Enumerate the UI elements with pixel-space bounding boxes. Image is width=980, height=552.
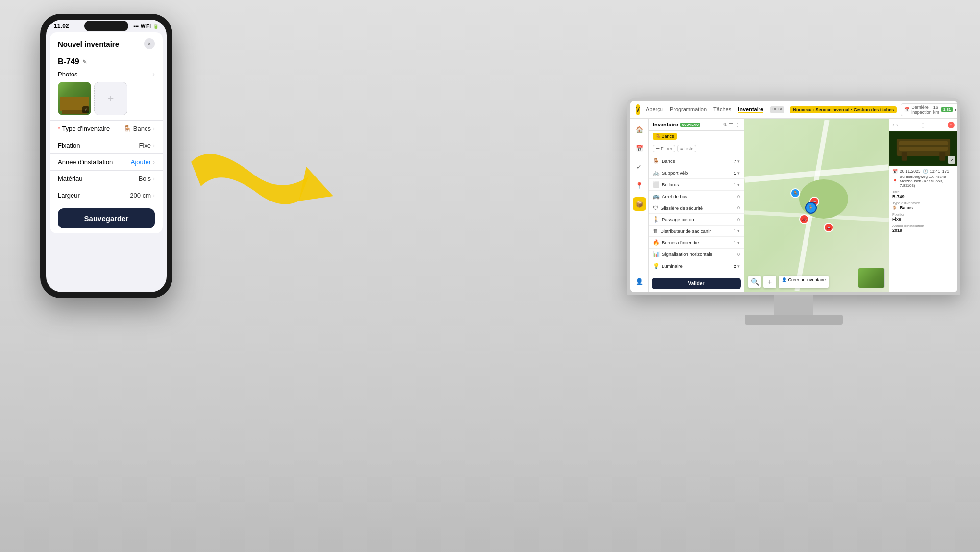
- map-area[interactable]: 🪑 🚗 🚗 🪑 🚗 🔍 + 👤 Créer un inventaire: [744, 119, 889, 292]
- item-id: B-749: [58, 57, 79, 66]
- detail-id-section: Titre B-749: [892, 190, 955, 199]
- detail-date: 28.11.2023: [900, 169, 921, 174]
- map-pin-selected[interactable]: 🪑: [805, 202, 817, 214]
- nav-apercu[interactable]: Aperçu: [646, 106, 663, 113]
- list-item-glissiere[interactable]: 🛡 Glissière de sécurité 0: [649, 202, 744, 214]
- type-section-value-row: 🪑 Bancs: [892, 205, 955, 210]
- fixation-section-value: Fixe: [892, 217, 955, 222]
- list-item-luminaire[interactable]: 💡 Luminaire 2 ▾: [649, 260, 744, 272]
- clock-icon: 🕐: [923, 169, 928, 174]
- last-inspection: 📅 Dernière inspection 16 km 1.81 ▾: [901, 103, 957, 116]
- monitor-container: V Aperçu Programmation Tâches Inventaire…: [627, 98, 960, 325]
- detail-expand-icon[interactable]: ⤢: [948, 156, 956, 164]
- wifi-icon: WiFi: [141, 24, 151, 29]
- photos-arrow-icon: ›: [152, 70, 155, 78]
- last-inspection-label: Dernière inspection: [911, 105, 931, 115]
- sidebar-icon-inventory[interactable]: 📦: [633, 197, 646, 211]
- inspection-score: 1.81: [941, 107, 953, 112]
- app-ui: V Aperçu Programmation Tâches Inventaire…: [630, 101, 957, 292]
- list-item-horodateur[interactable]: 🕐 Horodateur 0: [649, 272, 744, 275]
- monitor-stand-neck: [774, 295, 813, 315]
- year-section-label: Année d'installation: [892, 224, 955, 228]
- create-inventory-button[interactable]: 👤 Créer un inventaire: [779, 276, 829, 288]
- id-section-label: Titre: [892, 190, 955, 194]
- app-logo: V: [636, 104, 640, 115]
- detail-next-icon[interactable]: ›: [896, 122, 898, 128]
- type-bench-icon: 🪑: [892, 205, 898, 210]
- edit-icon[interactable]: ✎: [82, 59, 87, 65]
- sort-icon[interactable]: ⇅: [723, 122, 727, 127]
- validate-button[interactable]: Valider: [652, 278, 741, 289]
- item-id-row: B-749 ✎: [50, 53, 163, 68]
- filter-btn-icon: ☰: [656, 146, 660, 151]
- nav-programmation[interactable]: Programmation: [670, 106, 707, 113]
- form-card: Nouvel inventaire × B-749 ✎ Photos ›: [50, 32, 163, 233]
- status-icons: ▪▪▪ WiFi 🔋: [133, 24, 159, 29]
- list-item-bancs[interactable]: 🪑 Bancs 7 ▾: [649, 155, 744, 167]
- fixation-section-label: Fixation: [892, 212, 955, 217]
- fixation-row[interactable]: Fixation Fixe ›: [50, 137, 163, 153]
- expand-icon[interactable]: ⤢: [82, 106, 89, 113]
- more-icon[interactable]: ⋮: [735, 122, 740, 127]
- filter-icon[interactable]: ☰: [729, 122, 733, 127]
- dropdown-icon: ▾: [955, 107, 957, 112]
- largeur-row[interactable]: Largeur 200 cm ›: [50, 187, 163, 203]
- type-inventaire-row[interactable]: Type d'inventaire 🪑 Bancs ›: [50, 120, 163, 137]
- map-pin-2[interactable]: 🚗: [799, 214, 809, 224]
- zoom-in-button[interactable]: +: [763, 276, 776, 288]
- save-button[interactable]: Sauvegarder: [58, 208, 155, 228]
- phone-notch: [84, 21, 128, 31]
- materiau-value: Bois ›: [139, 175, 155, 182]
- filter-button[interactable]: ☰ Filtrer: [653, 145, 675, 152]
- sidebar-icon-calendar[interactable]: 📅: [633, 141, 646, 155]
- app-topbar: V Aperçu Programmation Tâches Inventaire…: [630, 101, 957, 119]
- materiau-arrow-icon: ›: [153, 176, 155, 182]
- detail-header: ‹ › ⋮ ×: [889, 119, 957, 131]
- inventory-list: 🪑 Bancs 7 ▾ 🚲 Support vélo 1 ▾: [649, 155, 744, 275]
- sidebar-icon-user[interactable]: 👤: [633, 275, 646, 288]
- list-item-bus[interactable]: 🚌 Arrêt de bus 0: [649, 191, 744, 202]
- type-inventaire-value: 🪑 Bancs ›: [123, 125, 155, 132]
- type-section-label: Type d'inventaire: [892, 201, 955, 205]
- app-nav: Aperçu Programmation Tâches Inventaire B…: [646, 106, 784, 113]
- list-item-pieton[interactable]: 🚶 Passage piéton 0: [649, 214, 744, 226]
- list-item-bollards[interactable]: ⬜ Bollards 1 ▾: [649, 179, 744, 191]
- detail-prev-icon[interactable]: ‹: [892, 122, 894, 128]
- calendar-icon: 📅: [904, 107, 909, 112]
- close-button[interactable]: ×: [144, 38, 155, 49]
- map-pin-1[interactable]: 🪑: [790, 188, 800, 198]
- inventory-new-badge: NOUVEAU: [680, 123, 700, 127]
- materiau-row[interactable]: Matériau Bois ›: [50, 170, 163, 187]
- app-body: 🏠 📅 ✓ 📍 📦 👤 Inventaire NOUVEAU: [630, 119, 957, 292]
- map-pin-4[interactable]: 🚗: [824, 223, 833, 232]
- type-section-value: Bancs: [900, 205, 913, 210]
- map-controls: 🔍 + 👤 Créer un inventaire: [748, 276, 829, 288]
- detail-more-icon[interactable]: ⋮: [920, 121, 926, 128]
- list-item-velo[interactable]: 🚲 Support vélo 1 ▾: [649, 167, 744, 179]
- annee-installation-row[interactable]: Année d'installation Ajouter ›: [50, 153, 163, 170]
- detail-close-button[interactable]: ×: [948, 122, 955, 128]
- fixation-label: Fixation: [58, 142, 80, 149]
- sidebar-icon-map[interactable]: 📍: [633, 178, 646, 192]
- map-background: 🪑 🚗 🚗 🪑 🚗: [744, 119, 889, 292]
- list-item-signalisation[interactable]: 📊 Signalisation horizontale 0: [649, 249, 744, 260]
- photos-label-row: Photos ›: [50, 68, 163, 82]
- nav-inventaire[interactable]: Inventaire: [738, 106, 763, 113]
- sidebar-icon-tasks[interactable]: ✓: [633, 160, 646, 174]
- map-thumbnail: [858, 268, 885, 288]
- materiau-label: Matériau: [58, 175, 83, 182]
- inventory-filter-row: ☰ Filtrer ≡ Liste: [649, 142, 744, 155]
- nav-taches[interactable]: Tâches: [713, 106, 731, 113]
- list-button[interactable]: ≡ Liste: [677, 145, 696, 152]
- detail-year-section: Année d'installation 2019: [892, 224, 955, 233]
- topbar-right: Nouveau : Service hivernal • Gestion des…: [790, 103, 957, 116]
- list-item-incendie[interactable]: 🔥 Bornes d'incendie 1 ▾: [649, 237, 744, 249]
- list-item-canin[interactable]: 🗑 Distributeur de sac canin 1 ▾: [649, 226, 744, 237]
- calendar-detail-icon: 📅: [892, 169, 898, 174]
- bancs-filter-chip[interactable]: 🪑 Bancs: [653, 133, 677, 140]
- add-photo-button[interactable]: +: [94, 82, 127, 115]
- photo-thumb-1[interactable]: ⤢: [58, 82, 91, 115]
- sidebar-icon-home[interactable]: 🏠: [633, 123, 646, 136]
- search-map-button[interactable]: 🔍: [748, 276, 761, 288]
- map-park: [799, 179, 848, 219]
